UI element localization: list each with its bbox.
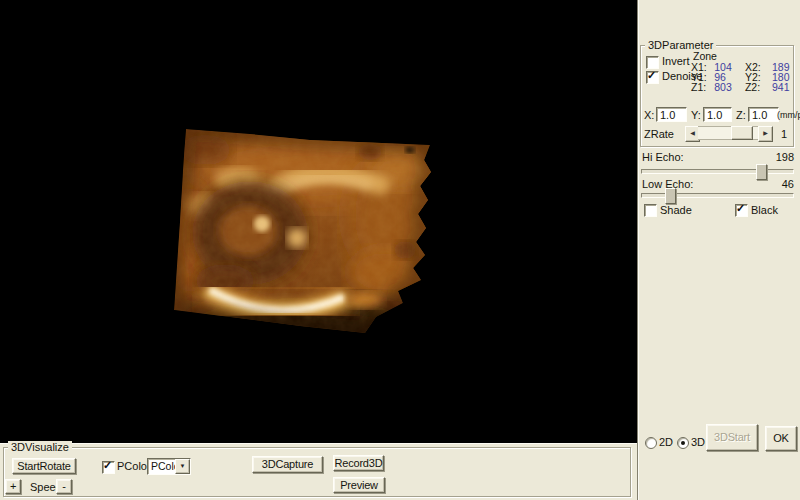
render-viewport[interactable] [0, 0, 637, 443]
scale-y-label: Y: [691, 109, 701, 121]
speed-minus-button[interactable]: - [56, 479, 72, 494]
zrate-value: 1 [781, 128, 787, 140]
black-label: Black [751, 204, 778, 216]
visualize-strip: 3DVisualize StartRotate + Speed - PColor… [0, 443, 637, 500]
zone-z2-value: 941 [768, 82, 795, 92]
visualize-groupbox-title: 3DVisualize [8, 441, 72, 453]
hi-echo-slider-thumb[interactable] [756, 164, 767, 180]
scale-unit-label: (mm/p) [777, 110, 800, 120]
zrate-scroll-right-icon[interactable]: ▶ [758, 126, 773, 142]
black-checkbox[interactable] [735, 204, 748, 217]
zone-z1-label: Z1: [691, 82, 710, 92]
invert-label: Invert [662, 55, 690, 67]
preview-button[interactable]: Preview [333, 477, 385, 493]
record3d-button[interactable]: Record3D [333, 455, 384, 471]
hi-echo-value: 198 [776, 151, 794, 163]
scale-z-label: Z: [736, 109, 746, 121]
pcolor-label: PColor [117, 460, 151, 472]
start-rotate-button[interactable]: StartRotate [12, 458, 76, 474]
zone-row-z: Z1: 803 Z2: 941 [691, 82, 795, 92]
zrate-label: ZRate [644, 128, 674, 140]
mode-3d-label: 3D [691, 436, 705, 448]
3dstart-button[interactable]: 3DStart [706, 424, 758, 451]
zone-z1-value: 803 [710, 82, 745, 92]
scale-z-input[interactable] [748, 107, 779, 122]
parameter-panel: 3DParameter Invert Denoise Zone X1: 104 … [637, 0, 800, 500]
pcolor-checkbox[interactable] [102, 461, 115, 474]
zrate-scroll-thumb[interactable] [731, 126, 753, 140]
zrate-scrollbar[interactable]: ◀ ▶ [685, 126, 773, 140]
denoise-checkbox[interactable] [646, 71, 659, 84]
ultrasound-volume-render [0, 0, 637, 443]
scale-y-input[interactable] [703, 107, 732, 122]
ok-button[interactable]: OK [765, 426, 797, 451]
low-echo-slider[interactable] [641, 193, 794, 198]
shade-checkbox[interactable] [644, 204, 657, 217]
3dcapture-button[interactable]: 3DCapture [252, 456, 323, 473]
mode-2d-radio[interactable] [645, 437, 657, 449]
parameter-groupbox: 3DParameter Invert Denoise Zone X1: 104 … [640, 45, 794, 147]
zone-values: X1: 104 X2: 189 Y1: 96 Y2: 180 Z1: 803 Z… [691, 62, 795, 92]
scale-x-label: X: [644, 109, 654, 121]
hi-echo-label: Hi Echo: [642, 151, 684, 163]
hi-echo-slider[interactable] [641, 169, 794, 174]
invert-checkbox[interactable] [646, 56, 659, 69]
ultrasound-3d-app: 3DParameter Invert Denoise Zone X1: 104 … [0, 0, 800, 500]
scale-x-input[interactable] [656, 107, 687, 122]
mode-2d-label: 2D [659, 436, 673, 448]
low-echo-value: 46 [782, 178, 794, 190]
zone-z2-label: Z2: [745, 82, 768, 92]
shade-label: Shade [660, 204, 692, 216]
low-echo-slider-thumb[interactable] [665, 188, 676, 204]
dropdown-arrow-icon[interactable]: ▼ [175, 459, 190, 474]
speed-plus-button[interactable]: + [5, 479, 21, 494]
pcolor-dropdown[interactable]: PColor ▼ [147, 458, 191, 475]
mode-3d-radio[interactable] [677, 437, 689, 449]
